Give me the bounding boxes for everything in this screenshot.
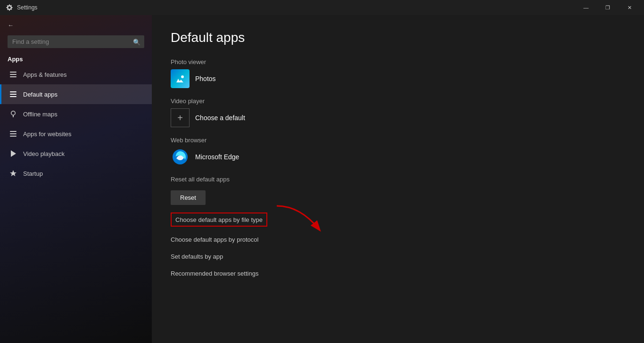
sidebar-item-apps-websites[interactable]: Apps for websites bbox=[0, 124, 152, 144]
sidebar-label-apps-features: Apps & features bbox=[23, 71, 67, 78]
web-browser-label: Web browser bbox=[171, 137, 625, 144]
red-arrow-annotation bbox=[272, 201, 333, 239]
title-bar-controls: — ❐ ✕ bbox=[575, 0, 640, 15]
choose-default-label: Choose a default bbox=[195, 114, 245, 122]
sidebar-search-container: 🔍 bbox=[8, 35, 144, 48]
svg-rect-6 bbox=[13, 115, 14, 117]
choose-protocol-link[interactable]: Choose default apps by protocol bbox=[171, 231, 625, 248]
apps-websites-icon bbox=[9, 130, 17, 138]
video-playback-icon bbox=[9, 149, 17, 158]
video-player-item[interactable]: + Choose a default bbox=[171, 108, 625, 127]
reset-all-label: Reset all default apps bbox=[171, 176, 625, 183]
reset-section: Reset all default apps Reset bbox=[171, 176, 625, 205]
svg-rect-8 bbox=[10, 133, 17, 134]
sidebar-label-video-playback: Video playback bbox=[23, 150, 65, 157]
sidebar-section-label: Apps bbox=[0, 52, 152, 65]
svg-rect-1 bbox=[10, 74, 17, 75]
reset-button[interactable]: Reset bbox=[171, 190, 206, 205]
sidebar-item-default-apps[interactable]: Default apps bbox=[0, 84, 152, 104]
svg-rect-2 bbox=[10, 76, 17, 77]
title-bar: Settings — ❐ ✕ bbox=[0, 0, 644, 15]
choose-protocol-label: Choose default apps by protocol bbox=[171, 236, 258, 243]
sidebar-item-video-playback[interactable]: Video playback bbox=[0, 144, 152, 163]
title-bar-left: Settings bbox=[6, 4, 37, 11]
svg-rect-0 bbox=[10, 72, 17, 73]
sidebar-item-apps-features[interactable]: Apps & features bbox=[0, 65, 152, 84]
sidebar-label-startup: Startup bbox=[23, 170, 43, 177]
recommended-browser-link[interactable]: Recommended browser settings bbox=[171, 265, 625, 282]
photo-viewer-item[interactable]: Photos bbox=[171, 69, 625, 88]
svg-marker-10 bbox=[11, 150, 16, 157]
search-icon: 🔍 bbox=[133, 38, 140, 45]
search-input[interactable] bbox=[8, 35, 144, 48]
edge-name: Microsoft Edge bbox=[195, 153, 239, 161]
sidebar-item-startup[interactable]: Startup bbox=[0, 163, 152, 183]
apps-features-icon bbox=[9, 70, 17, 79]
minimize-button[interactable]: — bbox=[575, 0, 597, 15]
sidebar: ← 🔍 Apps Apps & features bbox=[0, 15, 152, 343]
app-body: ← 🔍 Apps Apps & features bbox=[0, 15, 644, 343]
svg-rect-4 bbox=[10, 94, 17, 95]
default-apps-icon bbox=[9, 90, 17, 98]
choose-file-type-label: Choose default apps by file type bbox=[175, 216, 263, 223]
main-content: Default apps Photo viewer Photos Video p… bbox=[152, 15, 644, 343]
sidebar-item-offline-maps[interactable]: Offline maps bbox=[0, 104, 152, 124]
sidebar-label-default-apps: Default apps bbox=[23, 91, 58, 98]
choose-default-plus-icon[interactable]: + bbox=[171, 108, 190, 127]
svg-rect-7 bbox=[10, 131, 17, 132]
close-button[interactable]: ✕ bbox=[619, 0, 640, 15]
choose-file-type-link[interactable]: Choose default apps by file type bbox=[171, 212, 267, 227]
set-defaults-link[interactable]: Set defaults by app bbox=[171, 248, 625, 265]
back-arrow-icon: ← bbox=[8, 22, 14, 29]
photos-app-name: Photos bbox=[195, 75, 216, 82]
web-browser-item[interactable]: Microsoft Edge bbox=[171, 147, 625, 166]
maximize-button[interactable]: ❐ bbox=[597, 0, 619, 15]
sidebar-label-apps-websites: Apps for websites bbox=[23, 131, 72, 138]
set-defaults-label: Set defaults by app bbox=[171, 253, 223, 260]
title-bar-title: Settings bbox=[17, 4, 37, 11]
svg-point-11 bbox=[181, 75, 184, 78]
settings-window-icon bbox=[6, 4, 13, 11]
svg-rect-5 bbox=[10, 96, 17, 97]
photo-viewer-label: Photo viewer bbox=[171, 58, 625, 65]
photos-icon bbox=[171, 69, 190, 88]
recommended-browser-label: Recommended browser settings bbox=[171, 270, 258, 277]
edge-icon bbox=[171, 147, 190, 166]
svg-rect-9 bbox=[10, 136, 17, 137]
offline-maps-icon bbox=[9, 110, 17, 118]
choose-file-type-container: Choose default apps by file type bbox=[171, 212, 267, 228]
page-title: Default apps bbox=[171, 30, 625, 45]
back-button[interactable]: ← bbox=[0, 17, 152, 33]
svg-rect-3 bbox=[10, 91, 17, 92]
startup-icon bbox=[9, 169, 17, 178]
video-player-label: Video player bbox=[171, 98, 625, 105]
sidebar-label-offline-maps: Offline maps bbox=[23, 111, 58, 118]
